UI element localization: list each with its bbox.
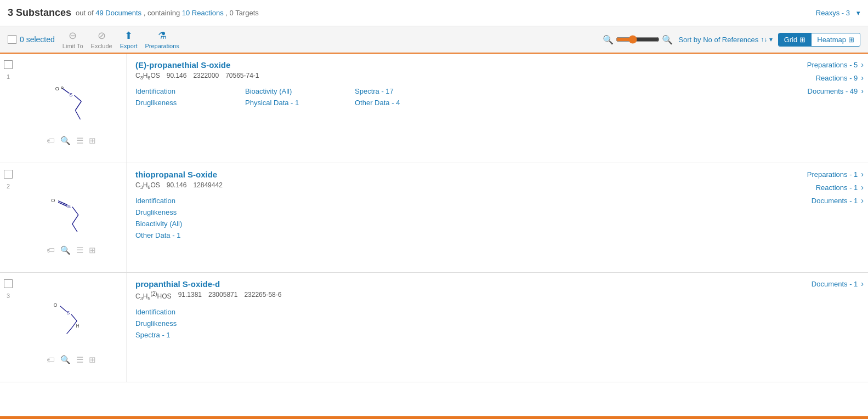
top-bar-right: Reaxys - 3 ▾ [816,9,860,17]
druglikeness-link-2[interactable]: Druglikeness [135,208,245,216]
bioactivity-link-1[interactable]: Bioactivity (All) [245,87,355,95]
search-icon-2[interactable]: 🔍 [60,245,71,255]
spectra-link-3[interactable]: Spectra - 1 [135,331,245,339]
row-num-2: 2 [7,183,10,190]
select-all-checkbox[interactable] [8,35,16,44]
preparations-button[interactable]: ⚗ Preparations [145,30,179,49]
molecule-svg-1: O S [38,71,104,131]
export-button[interactable]: ⬆ Export [120,30,138,49]
molecule-svg-3: O S H [38,290,104,351]
identification-link-1[interactable]: Identification [135,87,245,95]
druglikeness-link-1[interactable]: Druglikeness [135,99,245,107]
exclude-icon: ⊘ [98,30,106,42]
other-data-link-1[interactable]: Other Data - 4 [355,99,464,107]
substance-info-2: thiopropanal S-oxide C3H6OS 90.146 12849… [126,163,758,272]
menu-icon-3[interactable]: ☰ [76,355,83,365]
reaxys-label[interactable]: Reaxys - 3 [816,9,850,17]
svg-text:S: S [67,203,71,209]
documents-label-2: Documents - 1 [812,197,858,205]
chevron-icon-2a: › [861,170,864,179]
substance-info-3: propanthial S-oxide-d C3H5(2)HOS 91.1381… [126,273,758,382]
grid-icon-2[interactable]: ⊞ [89,245,96,255]
svg-line-13 [72,223,77,232]
reaxys-chevron-down-icon[interactable]: ▾ [856,9,860,17]
zoom-in-icon[interactable]: 🔍 [662,35,673,45]
substance-formula-3: C3H5(2)HOS 91.1381 23005871 232265-58-6 [135,291,750,301]
bioactivity-link-2[interactable]: Bioactivity (All) [135,220,245,228]
physical-data-link-1[interactable]: Physical Data - 1 [245,99,355,107]
substance-formula-1: C3H6OS 90.146 2322000 70565-74-1 [135,72,750,81]
tag-icon-2[interactable]: 🏷 [47,245,55,255]
substance-links-3: Identification Druglikeness Spectra - 1 [135,308,750,339]
table-row: 1 O S 🏷 🔍 ☰ ⊞ (E)-propanethial S-ox [0,54,868,163]
search-icon-3[interactable]: 🔍 [60,355,71,365]
row-checkbox-3[interactable] [4,279,13,288]
links-col-1c: Spectra - 17 Other Data - 4 [355,87,464,107]
grid-icon: ⊞ [799,36,805,44]
links-col-1a: Identification Druglikeness [135,87,245,107]
substance-name-2[interactable]: thiopropanal S-oxide [135,170,750,179]
top-bar: 3 Substances out of 49 Documents , conta… [0,0,868,26]
export-icon: ⬆ [124,30,133,42]
toolbar-left: 0 selected ⊖ Limit To ⊘ Exclude ⬆ Export… [8,30,594,49]
other-data-link-2[interactable]: Other Data - 1 [135,231,245,239]
row-index-2: 2 [0,163,16,272]
exclude-button[interactable]: ⊘ Exclude [91,30,112,49]
sort-by-label: Sort by No of References [678,36,758,44]
preparations-label-2: Preparations - 1 [807,170,858,179]
grid-icon-1[interactable]: ⊞ [89,136,96,146]
toolbar: 0 selected ⊖ Limit To ⊘ Exclude ⬆ Export… [0,26,868,54]
docs-count-link[interactable]: 49 Documents [95,9,141,17]
table-row: 2 O S 🏷 🔍 ☰ ⊞ thiopropanal S-oxide C [0,163,868,273]
tag-icon-1[interactable]: 🏷 [47,136,55,145]
tag-icon-3[interactable]: 🏷 [47,355,55,364]
molecule-svg-2: O S [38,181,104,241]
preparations-link-1[interactable]: Preparations - 5 › [763,60,864,69]
menu-icon-1[interactable]: ☰ [76,136,83,146]
substance-formula-2: C3H6OS 90.146 12849442 [135,181,750,190]
svg-line-5 [75,110,80,119]
heatmap-view-button[interactable]: Heatmap ⊞ [811,33,860,46]
svg-text:H: H [76,323,79,328]
limit-to-button[interactable]: ⊖ Limit To [63,30,83,49]
mw-1: 90.146 [167,72,187,81]
svg-line-3 [75,95,82,101]
documents-link-1[interactable]: Documents - 49 › [763,87,864,95]
identification-link-3[interactable]: Identification [135,308,245,316]
spectra-link-1[interactable]: Spectra - 17 [355,87,464,95]
molecule-area-1: O S 🏷 🔍 ☰ ⊞ [16,54,126,163]
row-num-1: 1 [7,73,10,80]
substance-name-3[interactable]: propanthial S-oxide-d [135,279,750,289]
links-col-3a: Identification Druglikeness Spectra - 1 [135,308,245,339]
reactions-count-link[interactable]: 10 Reactions [182,9,224,17]
druglikeness-link-3[interactable]: Druglikeness [135,319,245,328]
mw-2: 90.146 [167,181,187,190]
limit-to-icon: ⊖ [69,30,77,42]
zoom-slider[interactable] [616,35,660,44]
formula-text-2: C3H6OS [135,181,160,190]
reactions-link-2[interactable]: Reactions - 1 › [763,183,864,192]
zoom-out-icon[interactable]: 🔍 [603,35,614,45]
preparations-link-2[interactable]: Preparations - 1 › [763,170,864,179]
preparations-label-1: Preparations - 5 [807,61,858,69]
chevron-icon-2c: › [861,196,864,205]
chevron-icon-3a: › [861,279,864,288]
documents-link-3[interactable]: Documents - 1 › [763,279,864,288]
formula-text-3: C3H5(2)HOS [135,291,172,301]
search-icon-1[interactable]: 🔍 [60,136,71,146]
reactions-link-1[interactable]: Reactions - 9 › [763,73,864,82]
grid-view-button[interactable]: Grid ⊞ [779,33,812,46]
identification-link-2[interactable]: Identification [135,197,245,205]
svg-line-17 [71,314,77,321]
substance-name-1[interactable]: (E)-propanethial S-oxide [135,60,750,70]
documents-link-2[interactable]: Documents - 1 › [763,196,864,205]
select-all-wrap: 0 selected [8,35,55,44]
row-checkbox-2[interactable] [4,170,13,179]
chevron-icon-1c: › [861,87,864,95]
row-checkbox-1[interactable] [4,60,13,69]
menu-icon-2[interactable]: ☰ [76,245,83,255]
sort-by-button[interactable]: Sort by No of References ↑↓ ▾ [678,36,772,44]
grid-icon-3[interactable]: ⊞ [89,355,96,365]
reg2-1: 70565-74-1 [225,72,259,81]
substance-links-1: Identification Druglikeness Bioactivity … [135,87,750,107]
